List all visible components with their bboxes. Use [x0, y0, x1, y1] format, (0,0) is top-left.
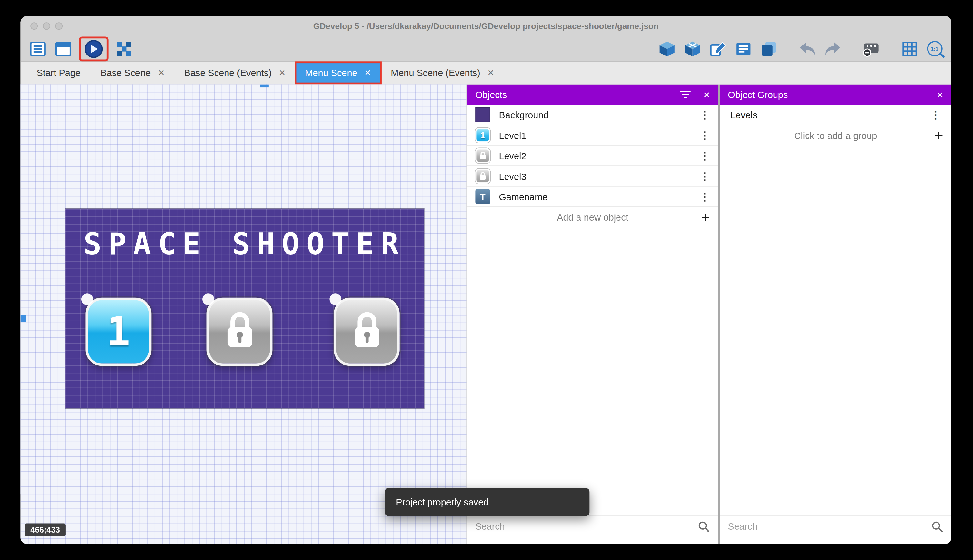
tab-label: Base Scene — [100, 68, 151, 78]
toast-message: Project properly saved — [396, 497, 488, 507]
add-object-button[interactable]: Add a new object + — [467, 207, 718, 227]
locked-button-icon — [475, 169, 490, 183]
group-menu-icon[interactable]: ⋮ — [930, 108, 941, 121]
project-manager-icon[interactable] — [28, 39, 48, 59]
zoom-handle — [940, 53, 945, 59]
close-tab-icon[interactable]: × — [158, 68, 164, 78]
grid-icon[interactable] — [900, 39, 920, 59]
objects-panel: Objects × Background ⋮ — [467, 84, 720, 544]
scene-list-icon[interactable] — [53, 39, 73, 59]
text-object-icon: T — [475, 189, 490, 204]
groups-search-bar — [720, 515, 951, 537]
object-name: Background — [499, 109, 548, 120]
object-row-gamename[interactable]: T Gamename ⋮ — [467, 187, 718, 207]
minimize-window-button[interactable] — [43, 22, 50, 30]
objects-panel-title: Objects — [475, 89, 507, 100]
play-icon[interactable] — [84, 39, 104, 59]
tab-base-scene[interactable]: Base Scene × — [91, 62, 174, 83]
add-group-button[interactable]: Click to add a group + — [720, 125, 951, 145]
layers-icon[interactable] — [759, 39, 779, 59]
search-icon[interactable] — [931, 520, 943, 532]
edit-scene-icon[interactable] — [708, 39, 728, 59]
groups-panel-title: Object Groups — [728, 89, 788, 100]
tab-bar: Start Page Base Scene × Base Scene (Even… — [20, 62, 951, 84]
group-name: Levels — [730, 109, 757, 120]
tab-label: Base Scene (Events) — [184, 68, 272, 78]
tab-menu-scene[interactable]: Menu Scene × — [295, 62, 381, 83]
debug-icon[interactable] — [114, 39, 134, 59]
close-objects-panel-icon[interactable]: × — [703, 89, 710, 100]
object-name: Gamename — [499, 191, 548, 202]
selection-handle-left[interactable] — [20, 315, 26, 322]
object-name: Level2 — [499, 150, 526, 161]
object-row-level1[interactable]: 1 Level1 ⋮ — [467, 125, 718, 145]
close-groups-panel-icon[interactable]: × — [936, 89, 943, 100]
redo-icon[interactable] — [823, 39, 843, 59]
groups-panel-header: Object Groups × — [720, 84, 951, 105]
level-1-number: 1 — [107, 309, 130, 355]
plus-icon[interactable]: + — [701, 210, 710, 225]
object-groups-panel: Object Groups × Levels ⋮ Click to add a … — [720, 84, 951, 544]
maximize-window-button[interactable] — [55, 22, 63, 30]
level-1-object[interactable]: 1 — [85, 298, 151, 366]
object-menu-icon[interactable]: ⋮ — [700, 108, 710, 121]
objects-search-bar — [467, 515, 718, 537]
locked-button-icon — [475, 148, 490, 163]
lock-icon — [350, 311, 383, 352]
object-row-level2[interactable]: Level2 ⋮ — [467, 146, 718, 166]
titlebar: GDevelop 5 - /Users/dkarakay/Documents/G… — [20, 16, 951, 36]
main-content: SPACE SHOOTER 1 — [20, 84, 951, 544]
plus-icon[interactable]: + — [935, 128, 943, 143]
zoom-level-label: 1:1 — [931, 45, 938, 52]
object-menu-icon[interactable]: ⋮ — [700, 170, 710, 183]
background-swatch-icon — [475, 107, 490, 122]
level-3-object[interactable] — [334, 298, 400, 366]
object-name: Level3 — [499, 171, 526, 182]
tab-menu-scene-events[interactable]: Menu Scene (Events) × — [381, 62, 503, 83]
game-title-text-object[interactable]: SPACE SHOOTER — [65, 227, 424, 261]
object-menu-icon[interactable]: ⋮ — [700, 129, 710, 142]
selection-handle-top[interactable] — [260, 84, 269, 87]
background-object[interactable]: SPACE SHOOTER 1 — [65, 209, 424, 408]
tab-label: Menu Scene (Events) — [391, 68, 480, 78]
objects-search-input[interactable] — [475, 521, 698, 532]
object-row-level3[interactable]: Level3 ⋮ — [467, 166, 718, 187]
toolbar-right-group: 1:1 — [657, 39, 944, 59]
desktop: GDevelop 5 - /Users/dkarakay/Documents/G… — [0, 0, 973, 560]
toast-notification: Project properly saved — [385, 488, 590, 516]
scene-editor-canvas[interactable]: SPACE SHOOTER 1 — [20, 84, 467, 544]
level-1-button-icon: 1 — [475, 128, 490, 143]
tab-start-page[interactable]: Start Page — [27, 62, 91, 83]
tab-base-scene-events[interactable]: Base Scene (Events) × — [174, 62, 295, 83]
window-title: GDevelop 5 - /Users/dkarakay/Documents/G… — [20, 21, 951, 31]
toolbar: 1:1 — [20, 36, 951, 62]
cursor-coordinates: 466;433 — [25, 523, 65, 537]
window-controls — [30, 16, 63, 36]
group-row-levels[interactable]: Levels ⋮ — [720, 105, 951, 125]
search-icon[interactable] — [698, 520, 710, 532]
tab-label: Menu Scene — [305, 68, 357, 78]
tab-label: Start Page — [37, 68, 80, 78]
zoom-1-1-icon[interactable]: 1:1 — [925, 39, 944, 58]
object-menu-icon[interactable]: ⋮ — [700, 149, 710, 162]
level-2-object[interactable] — [207, 298, 273, 366]
export-icon[interactable] — [657, 39, 677, 59]
events-sheet-icon[interactable] — [734, 39, 754, 59]
groups-search-input[interactable] — [728, 521, 931, 532]
toolbar-left-group — [28, 36, 134, 61]
extensions-icon[interactable] — [683, 39, 703, 59]
close-tab-icon[interactable]: × — [488, 68, 494, 78]
capture-icon[interactable] — [861, 39, 881, 59]
close-window-button[interactable] — [30, 22, 38, 30]
filter-icon[interactable] — [680, 91, 691, 99]
object-menu-icon[interactable]: ⋮ — [700, 190, 710, 203]
close-tab-icon[interactable]: × — [279, 68, 285, 78]
object-row-background[interactable]: Background ⋮ — [467, 105, 718, 125]
lock-icon — [223, 311, 257, 352]
gdevelop-window: GDevelop 5 - /Users/dkarakay/Documents/G… — [20, 16, 951, 544]
objects-panel-header: Objects × — [467, 84, 718, 105]
play-highlight-box — [79, 36, 108, 61]
undo-icon[interactable] — [798, 39, 818, 59]
object-name: Level1 — [499, 130, 526, 141]
close-tab-icon[interactable]: × — [365, 68, 371, 78]
